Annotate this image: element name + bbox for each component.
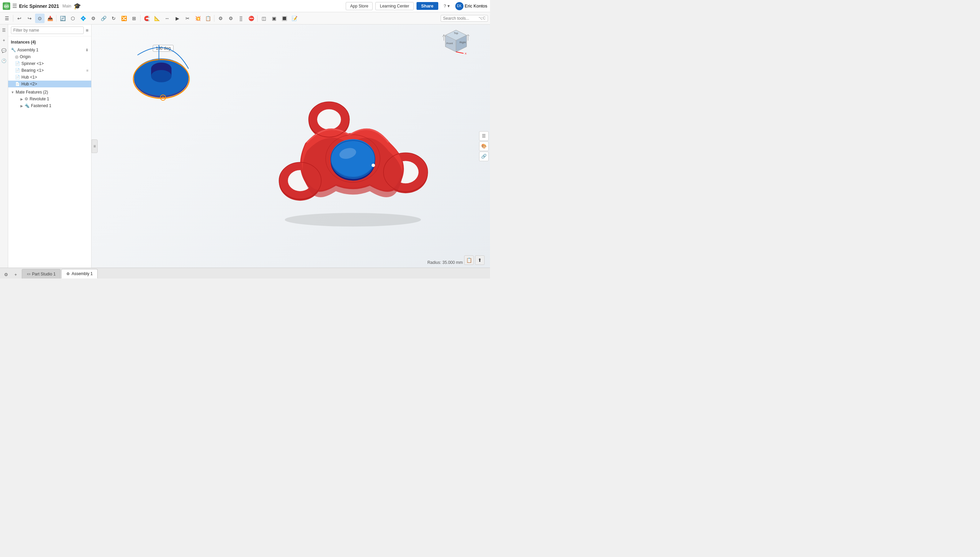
bearing1-icon: 📄 xyxy=(15,68,20,73)
sidebar-icon-add[interactable]: + xyxy=(0,37,8,44)
instances-header: Instances (4) xyxy=(8,38,91,47)
rp-appearance[interactable]: 🎨 xyxy=(479,142,488,151)
sidebar-icon-comment[interactable]: 💬 xyxy=(0,47,8,54)
tool-collision[interactable]: ⛔ xyxy=(247,14,256,23)
share-button[interactable]: Share xyxy=(416,2,438,10)
tool-gear2[interactable]: ⚙ xyxy=(226,14,235,23)
tree-item-hub1[interactable]: 📄 Hub <1> xyxy=(8,74,91,81)
svg-point-16 xyxy=(317,109,341,130)
fastened1-icon: 🔩 xyxy=(24,103,29,108)
tool-view1[interactable]: ◫ xyxy=(259,14,268,23)
tool-view3[interactable]: 🔳 xyxy=(279,14,289,23)
project-title: Eric Spinner 2021 xyxy=(19,3,59,9)
svg-text:Top: Top xyxy=(454,32,458,35)
search-tools-area: ⌥C xyxy=(441,15,488,22)
export-icon[interactable]: ⬆ xyxy=(475,256,485,265)
sidebar-icon-features[interactable]: ☰ xyxy=(0,26,8,34)
viewport[interactable]: 180 deg xyxy=(91,24,490,268)
hub1-icon: 📄 xyxy=(15,75,20,80)
tool-select[interactable]: ⊙ xyxy=(35,14,44,23)
tree-item-mate-features[interactable]: ▼ Mate Features (2) xyxy=(8,89,91,96)
origin-icon: ◎ xyxy=(15,54,18,59)
onshape-logo: on xyxy=(3,2,10,10)
revolute1-icon: ⚙ xyxy=(24,96,28,101)
sidebar-panel: ≡ Instances (4) 🔧 Assembly 1 ⬇ ◎ Origin … xyxy=(8,24,91,268)
bom-icon[interactable]: 📋 xyxy=(464,256,474,265)
tool-list[interactable]: ☰ xyxy=(2,14,11,23)
tool-undo[interactable]: ↩ xyxy=(15,14,24,23)
tool-snap[interactable]: 🧲 xyxy=(142,14,152,23)
top-nav: on ☰ Eric Spinner 2021 Main 🎓 App Store … xyxy=(0,0,490,12)
user-name: Eric Kontos xyxy=(465,3,487,8)
list-view-icon[interactable]: ≡ xyxy=(86,28,88,33)
app-store-button[interactable]: App Store xyxy=(346,2,372,10)
bottom-add-btn[interactable]: + xyxy=(11,270,20,278)
hamburger-menu[interactable]: ☰ xyxy=(12,3,17,9)
tool-mate[interactable]: 🔗 xyxy=(99,14,108,23)
tool-explode[interactable]: 💠 xyxy=(78,14,88,23)
tree-item-spinner1[interactable]: 📄 Spinner <1> xyxy=(8,60,91,67)
hub2-icon: 📄 xyxy=(15,81,20,86)
tool-insert[interactable]: 📥 xyxy=(45,14,55,23)
svg-text:X: X xyxy=(465,52,467,55)
svg-point-9 xyxy=(162,96,164,99)
small-part-view xyxy=(129,41,197,111)
help-button[interactable]: ? ▾ xyxy=(441,2,452,10)
branch-label: Main xyxy=(63,4,72,8)
collapse-sidebar-btn[interactable]: ≡ xyxy=(91,139,98,153)
svg-point-7 xyxy=(151,70,172,82)
fastened1-arrow: ▶ xyxy=(20,104,23,108)
tool-revolve[interactable]: ↻ xyxy=(109,14,118,23)
tool-redo[interactable]: ↪ xyxy=(25,14,34,23)
tool-measure[interactable]: 📐 xyxy=(152,14,162,23)
tool-view2[interactable]: ▣ xyxy=(269,14,279,23)
radius-display: Radius: 35.000 mm xyxy=(427,260,463,265)
tree-item-fastened1[interactable]: ▶ 🔩 Fastened 1 xyxy=(8,103,91,109)
viewport-canvas: 180 deg xyxy=(91,24,490,268)
search-tools-input[interactable] xyxy=(443,16,477,21)
sidebar-header: ≡ xyxy=(8,24,91,36)
tool-dimension[interactable]: ↔ xyxy=(162,14,172,23)
tool-part[interactable]: ⬡ xyxy=(68,14,78,23)
tool-grid[interactable]: ⣿ xyxy=(236,14,246,23)
hub1-label: Hub <1> xyxy=(21,75,37,80)
tab-assembly1[interactable]: ⚙ Assembly 1 xyxy=(61,269,98,278)
filter-input[interactable] xyxy=(11,26,84,34)
tool-gear[interactable]: ⚙ xyxy=(216,14,225,23)
tree-item-assembly1[interactable]: 🔧 Assembly 1 ⬇ xyxy=(8,47,91,54)
tab-part-studio[interactable]: ▭ Part Studio 1 xyxy=(22,269,60,278)
search-shortcut: ⌥C xyxy=(479,16,485,20)
user-avatar: EK xyxy=(455,2,464,10)
tool-assemble[interactable]: ⚙ xyxy=(88,14,98,23)
svg-line-40 xyxy=(456,52,464,53)
learning-center-button[interactable]: Learning Center xyxy=(375,2,413,10)
nav-cube[interactable]: Top Front Right X xyxy=(443,29,470,56)
tool-constrain[interactable]: 🔀 xyxy=(119,14,129,23)
sidebar-content: Instances (4) 🔧 Assembly 1 ⬇ ◎ Origin 📄 … xyxy=(8,36,91,268)
tree-item-bearing1[interactable]: 📄 Bearing <1> ≡ xyxy=(8,67,91,74)
svg-point-25 xyxy=(331,139,375,176)
assembly1-tab-icon: ⚙ xyxy=(66,272,70,276)
tool-section[interactable]: ✂ xyxy=(183,14,192,23)
bottom-tabs: ⚙ + ▭ Part Studio 1 ⚙ Assembly 1 xyxy=(0,268,490,278)
tool-orbit[interactable]: 🔄 xyxy=(58,14,67,23)
origin-label: Origin xyxy=(20,54,31,59)
tool-pattern[interactable]: ⊞ xyxy=(129,14,139,23)
tree-item-revolute1[interactable]: ▶ ⚙ Revolute 1 xyxy=(8,96,91,103)
rp-mates[interactable]: 🔗 xyxy=(479,151,488,161)
tool-animate[interactable]: ▶ xyxy=(173,14,182,23)
sidebar-icon-history[interactable]: 🕐 xyxy=(0,57,8,65)
tree-item-origin[interactable]: ◎ Origin xyxy=(8,54,91,60)
assembly1-label: Assembly 1 xyxy=(17,47,38,52)
tree-item-hub2[interactable]: 📄 Hub <2> xyxy=(8,81,91,87)
user-menu[interactable]: EK Eric Kontos xyxy=(455,2,487,10)
bottom-settings-btn[interactable]: ⚙ xyxy=(2,270,10,278)
assembly1-badge: ⬇ xyxy=(85,48,88,52)
tool-explode2[interactable]: 💥 xyxy=(193,14,203,23)
rp-properties[interactable]: ☰ xyxy=(479,131,488,141)
tool-bom[interactable]: 📋 xyxy=(203,14,213,23)
svg-text:Front: Front xyxy=(446,42,453,45)
right-panel: ☰ 🎨 🔗 xyxy=(478,130,490,163)
mate-features-arrow: ▼ xyxy=(11,90,14,94)
tool-note[interactable]: 📝 xyxy=(289,14,299,23)
